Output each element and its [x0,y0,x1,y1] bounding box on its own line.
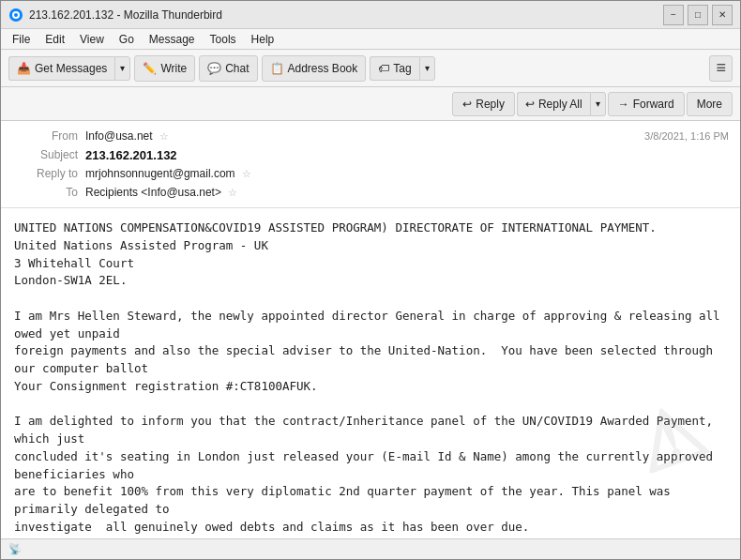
get-messages-icon: 📥 [17,62,31,75]
chat-icon: 💬 [207,62,221,75]
window-controls: − □ ✕ [663,5,733,25]
forward-icon: → [618,98,629,111]
from-row: From Info@usa.net ☆ 3/8/2021, 1:16 PM [12,127,729,145]
more-button[interactable]: More [687,92,733,116]
subject-value: 213.162.201.132 [85,148,729,162]
reply-all-icon: ↩ [525,98,535,111]
replyto-star-icon[interactable]: ☆ [242,168,251,179]
email-date: 3/8/2021, 1:16 PM [644,130,729,142]
from-star-icon[interactable]: ☆ [159,130,169,142]
toolbar-menu-button[interactable]: ≡ [709,55,733,82]
titlebar: 213.162.201.132 - Mozilla Thunderbird − … [1,1,740,29]
window-title: 213.162.201.132 - Mozilla Thunderbird [29,8,663,22]
reply-button[interactable]: ↩ Reply [452,92,515,116]
to-row: To Recipients <Info@usa.net> ☆ [12,183,729,202]
subject-row: Subject 213.162.201.132 [12,145,729,164]
reply-icon: ↩ [462,98,472,111]
forward-button[interactable]: → Forward [608,92,685,116]
svg-point-2 [14,13,18,17]
toolbar: 📥 Get Messages ▾ ✏️ Write 💬 Chat 📋 Addre… [1,50,740,87]
menubar-item-tools[interactable]: Tools [203,31,244,48]
address-book-button[interactable]: 📋 Address Book [262,55,367,82]
menubar-item-go[interactable]: Go [112,31,142,48]
tag-icon: 🏷 [378,62,389,75]
replyto-value: mrjohnsonnugent@gmail.com ☆ [85,167,729,180]
email-body: UNITED NATIONS COMPENSATION&COVID19 ASSI… [1,208,740,538]
menubar-item-help[interactable]: Help [244,31,282,48]
action-bar: ↩ Reply ↩ Reply All ▾ → Forward More [1,87,740,121]
menubar-item-message[interactable]: Message [142,31,203,48]
write-button[interactable]: ✏️ Write [134,55,195,82]
chat-button[interactable]: 💬 Chat [199,55,257,82]
email-header: From Info@usa.net ☆ 3/8/2021, 1:16 PM Su… [1,121,740,208]
from-label: From [12,129,78,143]
replyto-row: Reply to mrjohnsonnugent@gmail.com ☆ [12,164,729,183]
subject-label: Subject [12,148,78,161]
from-value: Info@usa.net ☆ [85,129,644,143]
restore-button[interactable]: □ [688,5,708,25]
to-star-icon[interactable]: ☆ [228,187,237,198]
app-icon [8,8,23,23]
replyto-label: Reply to [12,167,78,180]
to-label: To [12,186,78,199]
address-book-icon: 📋 [270,62,284,75]
email-body-container[interactable]: UNITED NATIONS COMPENSATION&COVID19 ASSI… [1,208,740,538]
main-window: 213.162.201.132 - Mozilla Thunderbird − … [0,0,741,560]
tag-button[interactable]: 🏷 Tag ▾ [370,56,434,81]
menubar-item-view[interactable]: View [72,31,112,48]
reply-all-button[interactable]: ↩ Reply All ▾ [517,92,606,116]
menubar-item-edit[interactable]: Edit [38,31,72,48]
menubar: FileEditViewGoMessageToolsHelp [1,29,740,50]
write-icon: ✏️ [143,62,157,75]
get-messages-button[interactable]: 📥 Get Messages ▾ [8,56,130,81]
statusbar: 📡 [1,538,740,559]
menubar-item-file[interactable]: File [5,31,38,48]
to-value: Recipients <Info@usa.net> ☆ [85,186,729,199]
close-button[interactable]: ✕ [712,5,733,25]
minimize-button[interactable]: − [663,5,684,25]
status-icon: 📡 [8,543,22,555]
